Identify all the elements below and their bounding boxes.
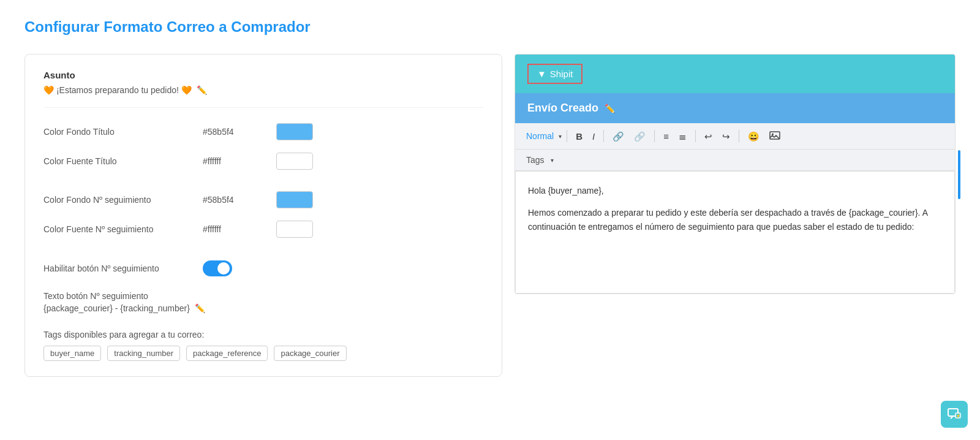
editor-line2: Hemos comenzado a preparar tu pedido y e… (528, 206, 942, 233)
tag-package-reference[interactable]: package_reference (186, 346, 268, 361)
editor-line1: Hola {buyer_name}, (528, 184, 942, 197)
shipit-logo: ▼ Shipit (527, 64, 582, 84)
shipit-arrow-icon: ▼ (537, 69, 546, 79)
tags-dropdown-arrow[interactable]: ▾ (551, 157, 554, 164)
shipit-label: Shipit (550, 69, 573, 79)
color-fuente-titulo-value: #ffffff (203, 156, 276, 166)
color-fondo-titulo-value: #58b5f4 (203, 127, 276, 137)
text-button-value-row: {package_courier} - {tracking_number} ✏️ (43, 303, 483, 313)
unordered-list-button[interactable]: ≡ (660, 130, 673, 143)
email-title-text: Envío Creado (527, 102, 598, 115)
scrollbar-indicator (958, 150, 960, 199)
color-fuente-seguimiento-row: Color Fuente Nº seguimiento #ffffff (43, 214, 483, 244)
redo-button[interactable]: ↪ (718, 130, 734, 143)
text-button-edit-icon[interactable]: ✏️ (195, 303, 205, 313)
emoji-button[interactable]: 😀 (744, 130, 763, 143)
format-select-label: Normal (522, 129, 557, 143)
subject-edit-icon[interactable]: ✏️ (197, 85, 207, 95)
tag-buyer-name[interactable]: buyer_name (43, 346, 101, 361)
ordered-list-button[interactable]: ≣ (675, 130, 690, 143)
email-preview: ▼ Shipit Envío Creado ✏️ (514, 54, 956, 294)
color-fondo-seguimiento-value: #58b5f4 (203, 195, 276, 205)
subject-row: 🧡 ¡Estamos preparando tu pedido! 🧡 ✏️ (43, 85, 483, 95)
toolbar-sep-4 (695, 130, 696, 142)
right-panel: ▼ Shipit Envío Creado ✏️ (514, 54, 956, 294)
svg-point-1 (772, 134, 774, 135)
image-button[interactable] (766, 128, 784, 144)
tag-tracking-number[interactable]: tracking_number (107, 346, 180, 361)
tags-toolbar-row: Tags ▾ (515, 150, 955, 171)
color-fuente-seguimiento-label: Color Fuente Nº seguimiento (43, 224, 203, 234)
color-fondo-seguimiento-label: Color Fondo Nº seguimiento (43, 195, 203, 205)
tag-package-courier[interactable]: package_courier (274, 346, 346, 361)
italic-button[interactable]: I (589, 130, 598, 143)
color-fuente-titulo-label: Color Fuente Título (43, 156, 203, 166)
text-button-value: {package_courier} - {tracking_number} (43, 303, 190, 313)
toolbar-sep-1 (567, 130, 567, 142)
toolbar-sep-5 (739, 130, 739, 142)
color-fondo-seguimiento-row: Color Fondo Nº seguimiento #58b5f4 (43, 185, 483, 214)
toggle-row: Habilitar botón Nº seguimiento (43, 253, 483, 284)
subject-value: 🧡 ¡Estamos preparando tu pedido! 🧡 (43, 85, 192, 95)
editor-toolbar: Normal ▾ B I 🔗 🔗 ≡ ≣ (515, 123, 955, 150)
toggle-switch[interactable] (203, 260, 232, 276)
color-fuente-titulo-row: Color Fuente Título #ffffff (43, 146, 483, 176)
email-title-edit-icon[interactable]: ✏️ (605, 104, 615, 113)
tags-section: Tags disponibles para agregar a tu corre… (43, 330, 483, 361)
bold-button[interactable]: B (572, 130, 586, 143)
page-title: Configurar Formato Correo a Comprador (24, 18, 956, 36)
text-button-label: Texto botón Nº seguimiento (43, 291, 483, 301)
color-fondo-seguimiento-swatch[interactable] (276, 191, 313, 208)
text-button-row: Texto botón Nº seguimiento {package_cour… (43, 284, 483, 321)
tags-available-label: Tags disponibles para agregar a tu corre… (43, 330, 483, 339)
unlink-button[interactable]: 🔗 (630, 130, 649, 143)
color-fuente-seguimiento-value: #ffffff (203, 224, 276, 234)
toolbar-sep-2 (603, 130, 604, 142)
undo-button[interactable]: ↩ (701, 130, 716, 143)
color-fondo-titulo-label: Color Fondo Título (43, 127, 203, 137)
color-fondo-titulo-row: Color Fondo Título #58b5f4 (43, 117, 483, 146)
subject-label: Asunto (43, 70, 483, 80)
email-body-area: Normal ▾ B I 🔗 🔗 ≡ ≣ (515, 123, 955, 294)
color-fuente-titulo-swatch[interactable] (276, 153, 313, 170)
color-fuente-seguimiento-swatch[interactable] (276, 221, 313, 238)
tags-dropdown-label: Tags (522, 153, 548, 167)
email-title-bar: Envío Creado ✏️ (515, 93, 955, 123)
toggle-label: Habilitar botón Nº seguimiento (43, 264, 203, 273)
tags-list: buyer_name tracking_number package_refer… (43, 346, 483, 361)
left-panel: Asunto 🧡 ¡Estamos preparando tu pedido! … (24, 54, 502, 377)
email-header: ▼ Shipit (515, 55, 955, 93)
toolbar-sep-3 (654, 130, 655, 142)
format-dropdown-arrow[interactable]: ▾ (559, 133, 562, 140)
editor-content[interactable]: Hola {buyer_name}, Hemos comenzado a pre… (515, 171, 955, 294)
link-button[interactable]: 🔗 (609, 130, 628, 143)
format-select-wrap[interactable]: Normal ▾ (522, 129, 562, 143)
color-fondo-titulo-swatch[interactable] (276, 123, 313, 140)
